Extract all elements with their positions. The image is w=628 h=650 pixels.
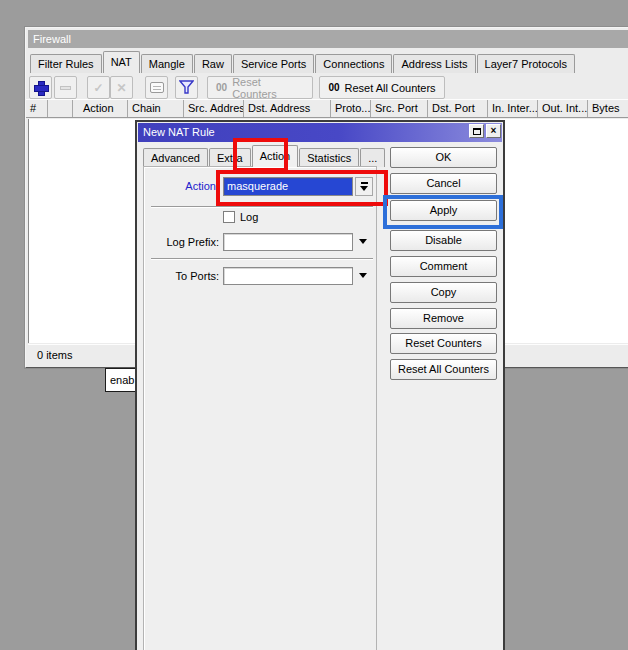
- reset-counters-button[interactable]: Reset Counters: [390, 333, 497, 354]
- dropdown-icon: [361, 182, 368, 184]
- plus-icon: [34, 81, 47, 94]
- close-button[interactable]: ×: [486, 124, 501, 138]
- to-ports-dropdown-arrow-icon[interactable]: [359, 273, 367, 278]
- new-nat-rule-dialog: New NAT Rule × Advanced Extra Action Sta…: [137, 122, 503, 650]
- disable-button[interactable]: Disable: [390, 230, 497, 251]
- column-header-src-port[interactable]: Src. Port: [371, 100, 428, 117]
- tab-service-ports[interactable]: Service Ports: [233, 54, 314, 73]
- remove-button[interactable]: [54, 76, 77, 99]
- tab-raw[interactable]: Raw: [194, 54, 232, 73]
- column-header-dst-address[interactable]: Dst. Address: [244, 100, 331, 117]
- firewall-toolbar: ✓ ✕ 00 Reset Counters 00 Reset All Count…: [26, 74, 628, 101]
- add-button[interactable]: [29, 76, 52, 99]
- cancel-button[interactable]: Cancel: [390, 173, 497, 194]
- column-header-dst-port[interactable]: Dst. Port: [428, 100, 488, 117]
- check-icon: ✓: [93, 81, 103, 95]
- separator: [151, 258, 373, 260]
- column-header-src-address[interactable]: Src. Address: [184, 100, 244, 117]
- x-icon: ✕: [116, 81, 126, 95]
- counters-icon: 00: [216, 82, 227, 93]
- disable-button[interactable]: ✕: [110, 76, 133, 99]
- action-combobox[interactable]: masquerade: [223, 177, 353, 196]
- action-dropdown-button[interactable]: [355, 177, 373, 196]
- tab-mangle[interactable]: Mangle: [141, 54, 193, 73]
- filter-button[interactable]: [175, 76, 198, 99]
- reset-counters-button[interactable]: 00 Reset Counters: [207, 76, 313, 99]
- column-header-protocol[interactable]: Proto...: [331, 100, 371, 117]
- log-checkbox-label: Log: [240, 211, 258, 224]
- comment-icon: [150, 82, 164, 93]
- column-header-out-interface[interactable]: Out. Int...: [538, 100, 588, 117]
- column-header-action[interactable]: Action: [73, 100, 128, 117]
- tab-connections[interactable]: Connections: [315, 54, 392, 73]
- tooltip: enab: [105, 368, 138, 392]
- funnel-icon: [179, 80, 194, 95]
- dialog-tab-bar: Advanced Extra Action Statistics ...: [143, 146, 386, 167]
- copy-button[interactable]: Copy: [390, 282, 497, 303]
- apply-button[interactable]: Apply: [390, 200, 497, 221]
- to-ports-field-label: To Ports:: [143, 270, 219, 283]
- dialog-title-bar: New NAT Rule: [138, 123, 502, 142]
- action-field-label: Action:: [143, 180, 219, 193]
- firewall-tab-bar: Filter Rules NAT Mangle Raw Service Port…: [30, 51, 628, 73]
- counters-icon: 00: [328, 82, 339, 93]
- log-prefix-field-label: Log Prefix:: [143, 236, 219, 249]
- tab-action[interactable]: Action: [252, 145, 299, 167]
- comment-button[interactable]: [145, 76, 168, 99]
- tab-more[interactable]: ...: [360, 148, 385, 167]
- separator: [151, 206, 373, 208]
- firewall-window-title: Firewall: [28, 30, 628, 48]
- reset-all-counters-button[interactable]: Reset All Counters: [390, 359, 497, 380]
- tab-extra[interactable]: Extra: [209, 148, 251, 167]
- column-header-bytes[interactable]: Bytes: [588, 100, 628, 117]
- tab-nat[interactable]: NAT: [103, 51, 140, 73]
- enable-button[interactable]: ✓: [87, 76, 110, 99]
- close-icon: ×: [491, 126, 497, 136]
- column-header-blank[interactable]: [48, 100, 73, 117]
- tab-address-lists[interactable]: Address Lists: [393, 54, 475, 73]
- remove-button[interactable]: Remove: [390, 308, 497, 329]
- log-checkbox[interactable]: [223, 211, 235, 223]
- comment-button[interactable]: Comment: [390, 256, 497, 277]
- tab-filter-rules[interactable]: Filter Rules: [30, 54, 102, 73]
- column-header-in-interface[interactable]: In. Inter...: [488, 100, 538, 117]
- column-header-number[interactable]: #: [26, 100, 48, 117]
- tab-layer7-protocols[interactable]: Layer7 Protocols: [477, 54, 576, 73]
- maximize-button[interactable]: [469, 124, 484, 138]
- reset-all-counters-button[interactable]: 00 Reset All Counters: [319, 76, 445, 99]
- tab-advanced[interactable]: Advanced: [143, 148, 208, 167]
- dialog-title: New NAT Rule: [143, 126, 215, 138]
- tab-statistics[interactable]: Statistics: [299, 148, 359, 167]
- to-ports-input[interactable]: [223, 267, 353, 285]
- log-prefix-dropdown-arrow-icon[interactable]: [359, 239, 367, 244]
- log-prefix-input[interactable]: [223, 233, 353, 251]
- column-header-chain[interactable]: Chain: [128, 100, 184, 117]
- ok-button[interactable]: OK: [390, 147, 497, 168]
- minus-icon: [60, 86, 71, 90]
- maximize-icon: [473, 128, 481, 135]
- column-header-row: # Action Chain Src. Address Dst. Address…: [26, 99, 628, 118]
